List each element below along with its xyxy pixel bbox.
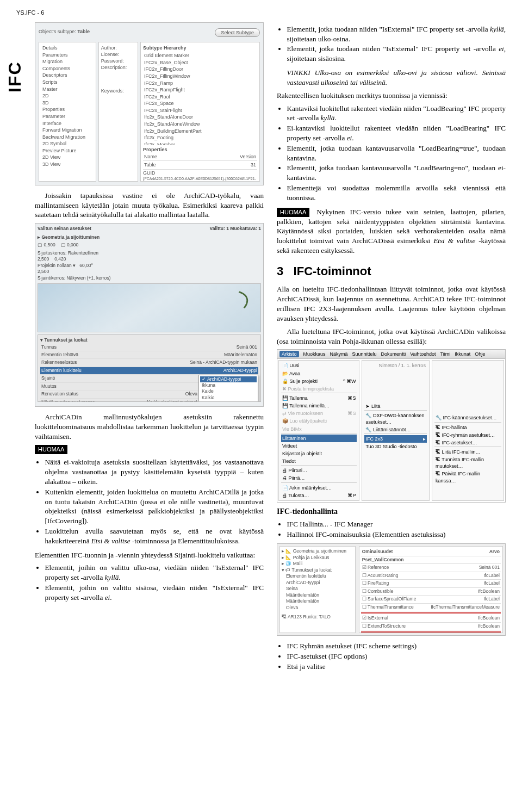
body-text: Joissakin tapauksissa vastine ei ole Arc… <box>35 191 264 220</box>
fig-wall-settings: Valitun seinän asetuksetValittu: 1 Muoka… <box>35 223 264 407</box>
bullet-list: Elementit, joihin on valittu ulko-osa, v… <box>45 563 264 602</box>
body-text: Rakenteellisen luokituksen merkitys tuon… <box>277 91 506 101</box>
select-subtype-button[interactable]: Select Subtype <box>215 28 260 37</box>
menu-arkisto[interactable]: Arkisto <box>279 351 299 357</box>
section-heading: 3 IFC-toiminnot <box>277 263 506 280</box>
bullet-list: Elementit, jotka tuodaan niiden "IsExter… <box>287 24 506 64</box>
ifc-subtype-list[interactable]: Grid Element MarkerIFC2x_Base_Object IFC… <box>143 52 257 145</box>
subheading: IFC-tiedonhallinta <box>277 507 506 517</box>
bullet-list: Kantaviksi luokitellut rakenteet viedään… <box>287 104 506 203</box>
huomaa-block: HUOMAA <box>35 444 264 454</box>
body-text: ArchiCADin mallinnustyökalujen asetuksii… <box>35 412 264 441</box>
bullet-list: Näitä ei-vakioituja asetuksia suositella… <box>45 457 264 546</box>
bullet-list: IFC Hallinta... - IFC Manager Hallinnoi … <box>287 519 506 540</box>
body-text: Alla on lueteltu IFC-tiedonhallintaan li… <box>277 284 506 323</box>
fig-menubar: Arkisto MuokkausNäkymä SuunnitteluDokume… <box>277 349 506 503</box>
dialog-nav-list[interactable]: DetailsParameters MigrationComponents De… <box>41 45 94 168</box>
fig-ifc-properties: ▸ 📐 Geometria ja sijoittuminen ▸ 📐 Pohja… <box>277 543 506 636</box>
hint-text: VINKKI Ulko-osa on esimerkiksi ulko-ovi … <box>287 68 506 88</box>
fig-subtype-dialog: Object's subtype: Table Select Subtype D… <box>35 22 264 185</box>
page-header: YS.IFC - 6 <box>16 9 506 17</box>
body-text: Elementtien IFC-tuonnin ja -viennin yhte… <box>35 550 264 560</box>
huomaa-block: HUOMAA Nykyinen IFC-versio tukee vain se… <box>277 207 506 256</box>
bullet-list: IFC Ryhmän asetukset (IFC scheme setting… <box>287 641 506 671</box>
body-text: Alla lueteltuna IFC-toiminnot, jotka ova… <box>277 327 506 346</box>
classification-menu[interactable]: ✓ ArchiCAD-tyyppi IkkunaKaide KalkioKalu… <box>198 375 258 402</box>
